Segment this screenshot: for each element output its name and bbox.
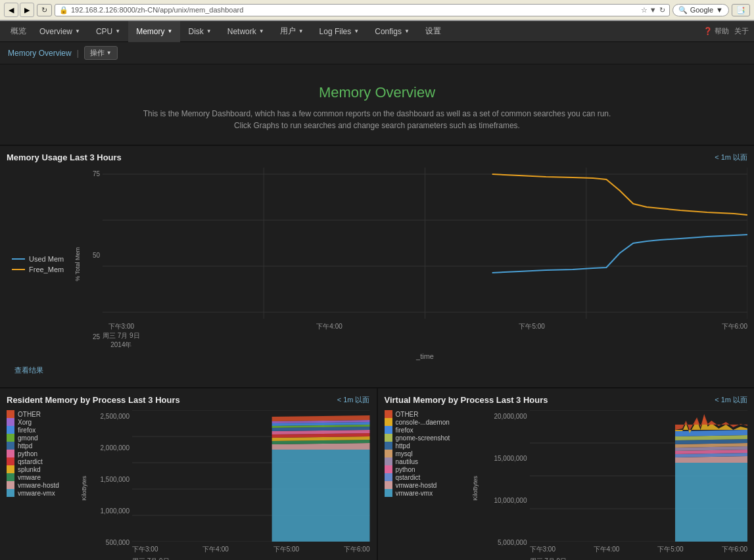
x-tick-4: 下午6:00 <box>722 322 747 350</box>
memory-usage-chart-header: Memory Usage Last 3 Hours < 1m 以面 <box>7 152 747 162</box>
virtual-chart-controls[interactable]: < 1m 以面 <box>715 395 747 405</box>
nav-memory[interactable]: Memory ▼ <box>128 21 180 42</box>
browser-nav: ◀ ▶ <box>4 3 34 17</box>
svg-marker-30 <box>675 463 748 542</box>
memory-usage-chart-inner: Used Mem Free_Mem % Total Mem 75 50 25 <box>7 168 747 360</box>
about-link[interactable]: 关于 <box>734 26 749 36</box>
legend-other-res: OTHER <box>7 410 75 418</box>
action-button[interactable]: 操作 ▼ <box>84 46 118 60</box>
legend-vmware-vmx-virt-color <box>385 489 392 497</box>
legend-vmware-hostd-virt: vmware-hostd <box>385 481 466 489</box>
nav-settings[interactable]: 设置 <box>417 21 449 42</box>
legend-vmware-vmx-res-color <box>7 489 14 497</box>
virt-y-tick-4: 5,000,000 <box>498 539 527 546</box>
action-label: 操作 <box>90 48 105 58</box>
legend-vmware-hostd-res-label: vmware-hostd <box>18 482 59 489</box>
search-engine-icon: 🔍 <box>678 6 688 14</box>
legend-python-virt-color <box>385 465 392 473</box>
legend-vmware-vmx-virt: vmware-vmx <box>385 489 466 497</box>
legend-firefox-virt: firefox <box>385 426 466 434</box>
legend-vmware-hostd-virt-label: vmware-hostd <box>396 482 437 489</box>
resident-svg-container[interactable]: 下午3:00 下午4:00 下午5:00 下午6:00 周三 7月 9日 <box>132 410 370 560</box>
x-axis: 下午3:00 周三 7月 9日 2014年 下午4:00 下午5:00 下午6:… <box>103 321 747 351</box>
memory-legend: Used Mem Free_Mem <box>7 168 72 360</box>
resident-y-axis-label: KiloBytes <box>81 476 87 501</box>
address-bar[interactable]: 🔒 192.168.2.126:8000/zh-CN/app/unix/mem_… <box>55 4 670 16</box>
res-x-tick-1: 下午3:00 <box>132 545 158 554</box>
nav-logfiles[interactable]: Log Files ▼ <box>312 21 367 42</box>
res-y-tick-5: 500,000 <box>106 539 130 546</box>
x-tick-3: 下午5:00 <box>519 322 544 350</box>
nav-cpu-label: CPU <box>96 27 112 36</box>
nav-configs[interactable]: Configs ▼ <box>367 21 417 42</box>
legend-nautilus-virt-color <box>385 457 392 465</box>
res-x-tick-4: 下午6:00 <box>344 545 369 554</box>
nav-overview-arrow: ▼ <box>75 28 80 34</box>
resident-x-axis: 下午3:00 下午4:00 下午5:00 下午6:00 <box>132 544 370 555</box>
nav-overview[interactable]: Overview ▼ <box>32 21 88 42</box>
memory-usage-controls-label: < 1m 以面 <box>715 152 747 162</box>
virtual-x-date: 周三 7月 9日 <box>530 557 748 560</box>
legend-gnome-virt: gnome-screenshot <box>385 434 466 442</box>
legend-firefox-res: firefox <box>7 426 75 434</box>
legend-used-mem: Used Mem <box>12 255 67 263</box>
back-button[interactable]: ◀ <box>4 3 18 17</box>
virtual-svg-container[interactable]: 下午3:00 下午4:00 下午5:00 下午6:00 周三 7月 9日 <box>530 410 748 560</box>
memory-usage-svg <box>103 168 747 319</box>
legend-other-virt-label: OTHER <box>396 411 419 418</box>
legend-nautilus-virt-label: nautilus <box>396 458 418 465</box>
memory-usage-chart-section: Memory Usage Last 3 Hours < 1m 以面 Used M… <box>0 146 754 388</box>
search-bar[interactable]: 🔍 Google ▼ <box>672 4 729 16</box>
nav-cpu[interactable]: CPU ▼ <box>88 21 128 42</box>
refresh-icon: ↻ <box>659 6 665 14</box>
breadcrumb-title[interactable]: Memory Overview <box>8 49 72 58</box>
legend-httpd-virt-color <box>385 442 392 450</box>
y-axis-label: % Total Mem <box>74 247 81 281</box>
resident-svg <box>132 410 370 542</box>
virtual-y-ticks: 20,000,000 15,000,000 10,000,000 5,000,0… <box>481 410 530 560</box>
legend-free-mem-line <box>12 269 25 270</box>
res-x-tick-2: 下午4:00 <box>202 545 228 554</box>
legend-gmond-res: gmond <box>7 434 75 442</box>
view-results-link[interactable]: 查看结果 <box>7 360 747 381</box>
legend-firefox-res-color <box>7 426 14 434</box>
svg-marker-14 <box>272 450 370 542</box>
legend-qstardict-virt: qstardict <box>385 473 466 481</box>
legend-vmware-vmx-res: vmware-vmx <box>7 489 75 497</box>
page-title: Memory Overview <box>13 84 741 101</box>
memory-usage-chart-controls[interactable]: < 1m 以面 <box>715 152 747 162</box>
nav-disk-label: Disk <box>188 27 203 36</box>
resident-y-axis-label-container: KiloBytes <box>79 410 89 560</box>
res-y-tick-1: 2,500,000 <box>101 413 130 420</box>
nav-network-arrow: ▼ <box>259 28 264 34</box>
virt-x-tick-2: 下午4:00 <box>594 545 619 554</box>
nav-users[interactable]: 用户 ▼ <box>272 21 312 42</box>
legend-xorg-res: Xorg <box>7 418 75 426</box>
legend-httpd-res: httpd <box>7 442 75 450</box>
virt-x-tick-3: 下午5:00 <box>657 545 683 554</box>
nav-configs-arrow: ▼ <box>404 28 410 34</box>
virtual-y-axis-label-container: KiloBytes <box>470 410 481 560</box>
virtual-svg <box>530 410 748 542</box>
nav-memory-arrow: ▼ <box>168 28 173 34</box>
nav-disk-arrow: ▼ <box>206 28 212 34</box>
legend-qstardict-res-label: qstardict <box>18 458 43 465</box>
help-link[interactable]: ❓ 帮助 <box>703 26 729 36</box>
forward-button[interactable]: ▶ <box>20 3 34 17</box>
nav-network[interactable]: Network ▼ <box>220 21 272 42</box>
res-y-tick-3: 1,500,000 <box>101 476 130 483</box>
nav-disk[interactable]: Disk ▼ <box>180 21 219 42</box>
legend-other-res-label: OTHER <box>18 411 41 418</box>
legend-qstardict-virt-color <box>385 473 392 481</box>
memory-usage-svg-container[interactable]: 下午3:00 周三 7月 9日 2014年 下午4:00 下午5:00 下午6:… <box>103 168 747 360</box>
res-y-tick-2: 2,000,000 <box>101 444 130 452</box>
lock-icon: 🔒 <box>59 6 68 14</box>
legend-httpd-virt: httpd <box>385 442 466 450</box>
browser-chrome: ◀ ▶ ↻ 🔒 192.168.2.126:8000/zh-CN/app/uni… <box>0 0 754 21</box>
legend-qstardict-res: qstardict <box>7 457 75 465</box>
bookmarks-button[interactable]: 📑 <box>732 4 750 16</box>
resident-chart-controls[interactable]: < 1m 以面 <box>337 395 370 405</box>
legend-gnome-virt-label: gnome-screenshot <box>396 434 450 442</box>
refresh-button[interactable]: ↻ <box>37 4 52 16</box>
y-ticks: 75 50 25 <box>83 168 103 360</box>
